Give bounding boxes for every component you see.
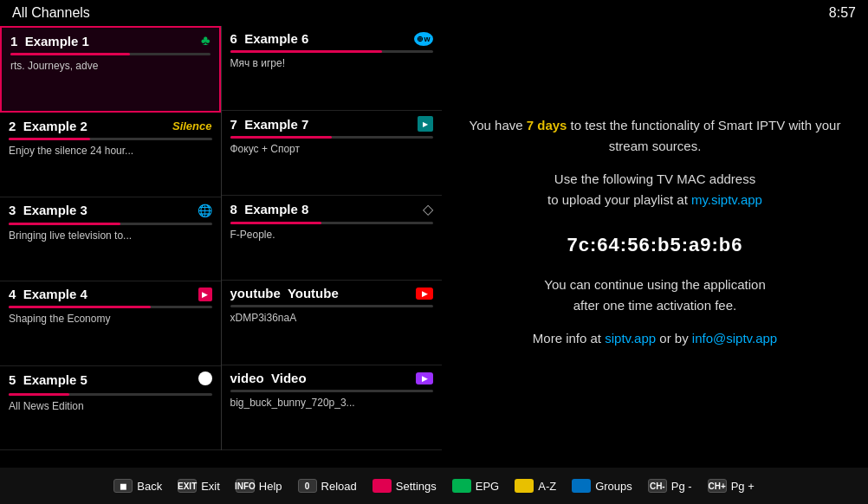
youtube-icon: ▶ [416, 288, 433, 300]
channel-icon-youtube: ▶ [416, 288, 433, 300]
channel-desc-8: F-People. [230, 229, 434, 241]
mac-address: 7c:64:56:b5:a9:b6 [567, 229, 743, 260]
channel-item-6[interactable]: 6 Example 6 ⊕w Мяч в игре! [222, 26, 443, 111]
siptv-email[interactable]: info@siptv.app [692, 331, 777, 346]
info-line3: You can continue using the applicationaf… [544, 275, 765, 316]
channel-name-youtube: youtube Youtube [230, 286, 339, 300]
channel-icon-video: ▶ [416, 372, 433, 384]
channel-icon-4: ▶ [198, 288, 212, 301]
footer-item-3[interactable]: 0 Reload [298, 479, 357, 493]
channel-item-1[interactable]: 1 Example 1 ♣ rts. Journeys, adve [0, 26, 221, 113]
siptv-link1[interactable]: my.siptv.app [691, 192, 762, 207]
footer-item-2[interactable]: INFO Help [236, 479, 282, 493]
footer-btn-6 [515, 479, 534, 493]
footer-item-7[interactable]: Groups [572, 479, 632, 493]
footer-btn-0: ◼ [113, 479, 133, 493]
diamond-icon: ◇ [423, 202, 433, 216]
channel-name-4: 4 Example 4 [9, 287, 87, 301]
footer-label-5: EPG [476, 480, 499, 493]
channel-name-2: 2 Example 2 [9, 119, 87, 133]
footer-btn-5 [452, 479, 471, 493]
channel-desc-1: rts. Journeys, adve [10, 60, 211, 72]
footer-item-6[interactable]: A-Z [515, 479, 556, 493]
channel-item-3[interactable]: 3 Example 3 🌐 Bringing live television t… [0, 197, 221, 281]
clock: 8:57 [829, 5, 856, 21]
channel-icon-2: Silence [172, 118, 212, 133]
channel-desc-6: Мяч в игре! [230, 57, 434, 69]
footer-item-0[interactable]: ◼ Back [113, 479, 162, 493]
page-title: All Channels [12, 5, 90, 21]
footer-btn-3: 0 [298, 479, 317, 493]
channel-name-video: video Video [230, 371, 307, 385]
channel-name-8: 8 Example 8 [230, 202, 309, 216]
footer-label-8: Pg - [671, 480, 692, 493]
footer-btn-2: INFO [236, 479, 255, 493]
channel-name-1: 1 Example 1 [10, 34, 89, 48]
footer-label-3: Reload [321, 480, 357, 493]
red-square-icon: ▶ [198, 288, 212, 301]
footer-item-5[interactable]: EPG [452, 479, 499, 493]
channel-item-7[interactable]: 7 Example 7 ▶ Фокус + Спорт [222, 111, 443, 196]
footer-label-2: Help [259, 480, 282, 493]
channel-name-7: 7 Example 7 [230, 117, 309, 132]
footer-btn-1: EXIT [178, 479, 197, 493]
channel-item-2[interactable]: 2 Example 2 Silence Enjoy the silence 24… [0, 113, 221, 197]
footer-btn-8: CH- [648, 479, 667, 493]
teal-icon: ▶ [418, 116, 433, 132]
channel-desc-5: All News Edition [9, 400, 212, 412]
footer-btn-7 [572, 479, 591, 493]
footer-label-6: A-Z [538, 480, 556, 493]
days-highlight: 7 days [527, 118, 567, 132]
footer-label-0: Back [137, 480, 162, 493]
channel-desc-7: Фокус + Спорт [230, 143, 434, 155]
channel-name-3: 3 Example 3 [9, 203, 87, 217]
info-line1: You have 7 days to test the functionalit… [463, 115, 847, 157]
circle-icon [198, 372, 212, 385]
channel-desc-2: Enjoy the silence 24 hour... [9, 145, 212, 157]
silence-icon: Silence [172, 120, 212, 132]
siptv-link2[interactable]: siptv.app [605, 331, 656, 346]
footer-label-4: Settings [396, 480, 437, 493]
left-column: 1 Example 1 ♣ rts. Journeys, adve 2 Exam… [0, 26, 221, 450]
channel-icon-5 [198, 372, 212, 389]
info-line4: More info at siptv.app or by info@siptv.… [533, 328, 777, 349]
channel-icon-8: ◇ [423, 201, 433, 217]
footer-item-1[interactable]: EXIT Exit [178, 479, 220, 493]
channel-desc-4: Shaping the Economy [9, 313, 212, 325]
ow-icon: ⊕w [414, 32, 433, 46]
main-content: 1 Example 1 ♣ rts. Journeys, adve 2 Exam… [0, 26, 868, 450]
channel-icon-3: 🌐 [198, 203, 212, 218]
header: All Channels 8:57 [0, 0, 868, 26]
channel-icon-1: ♣ [201, 33, 211, 48]
channel-item-video[interactable]: video Video ▶ big_buck_bunny_720p_3... [222, 365, 443, 450]
channel-item-youtube[interactable]: youtube Youtube ▶ xDMP3i36naA [222, 281, 443, 365]
footer: ◼ Back EXIT Exit INFO Help 0 Reload Sett… [0, 468, 868, 504]
footer-label-7: Groups [595, 480, 632, 493]
channel-icon-7: ▶ [418, 116, 433, 132]
info-line2: Use the following TV MAC addressto uploa… [547, 169, 762, 210]
channel-name-5: 5 Example 5 [9, 372, 87, 387]
channel-icon-6: ⊕w [414, 32, 433, 46]
footer-item-8[interactable]: CH- Pg - [648, 479, 692, 493]
columns: 1 Example 1 ♣ rts. Journeys, adve 2 Exam… [0, 26, 442, 450]
footer-item-4[interactable]: Settings [372, 479, 437, 493]
footer-item-9[interactable]: CH+ Pg + [708, 479, 755, 493]
footer-label-9: Pg + [731, 480, 755, 493]
globe-icon: 🌐 [198, 204, 212, 217]
channel-item-8[interactable]: 8 Example 8 ◇ F-People. [222, 196, 443, 281]
footer-btn-4 [372, 479, 392, 493]
clover-icon: ♣ [201, 33, 211, 48]
channel-name-6: 6 Example 6 [230, 31, 309, 46]
right-column: 6 Example 6 ⊕w Мяч в игре! 7 Example 7 ▶… [222, 26, 443, 450]
purple-icon: ▶ [416, 372, 433, 384]
channel-desc-3: Bringing live television to... [9, 229, 212, 242]
channel-desc-video: big_buck_bunny_720p_3... [230, 397, 434, 409]
channel-item-4[interactable]: 4 Example 4 ▶ Shaping the Economy [0, 281, 221, 365]
footer-label-1: Exit [201, 480, 220, 493]
footer-btn-9: CH+ [708, 479, 727, 493]
channel-item-5[interactable]: 5 Example 5 All News Edition [0, 366, 221, 450]
channel-desc-youtube: xDMP3i36naA [230, 312, 434, 324]
channel-list: 1 Example 1 ♣ rts. Journeys, adve 2 Exam… [0, 26, 442, 450]
info-panel: You have 7 days to test the functionalit… [442, 26, 868, 450]
